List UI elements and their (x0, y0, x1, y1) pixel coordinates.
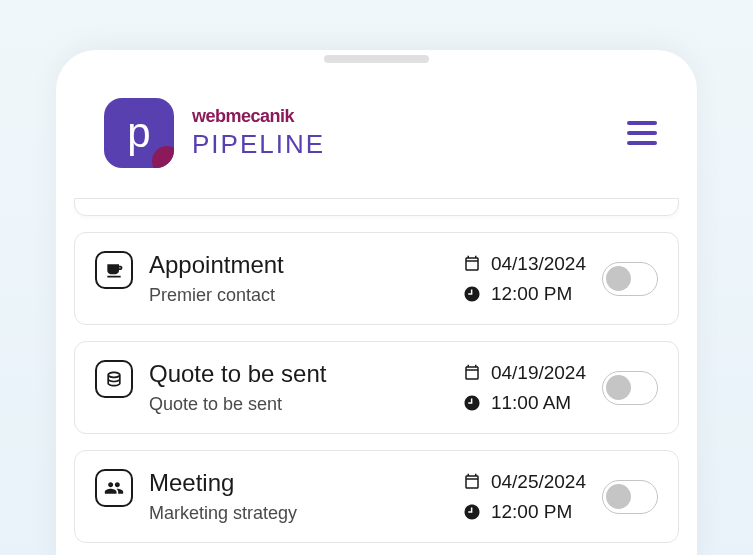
task-content: Meeting Marketing strategy (149, 469, 447, 524)
task-date: 04/13/2024 (491, 253, 586, 275)
calendar-icon (463, 473, 481, 491)
task-card[interactable]: Appointment Premier contact 04/13/2024 1… (74, 232, 679, 325)
calendar-icon (463, 364, 481, 382)
task-subtitle: Premier contact (149, 285, 447, 306)
page-background: p webmecanik PIPELINE Ap (0, 0, 753, 555)
task-meta: 04/13/2024 12:00 PM (463, 253, 586, 305)
task-date: 04/19/2024 (491, 362, 586, 384)
time-row: 12:00 PM (463, 501, 586, 523)
toggle-knob (606, 484, 631, 509)
task-list: Appointment Premier contact 04/13/2024 1… (56, 198, 697, 555)
task-subtitle: Quote to be sent (149, 394, 447, 415)
card-peek-top (74, 198, 679, 216)
phone-frame: p webmecanik PIPELINE Ap (56, 50, 697, 555)
date-row: 04/13/2024 (463, 253, 586, 275)
task-meta: 04/25/2024 12:00 PM (463, 471, 586, 523)
date-row: 04/25/2024 (463, 471, 586, 493)
task-content: Appointment Premier contact (149, 251, 447, 306)
task-time: 12:00 PM (491, 501, 572, 523)
toggle-knob (606, 266, 631, 291)
task-time: 11:00 AM (491, 392, 571, 414)
logo-badge: p (104, 98, 174, 168)
toggle-knob (606, 375, 631, 400)
clock-icon (463, 285, 481, 303)
clock-icon (463, 394, 481, 412)
people-icon (95, 469, 133, 507)
task-time: 12:00 PM (491, 283, 572, 305)
logo-text: webmecanik PIPELINE (192, 106, 325, 160)
logo-letter: p (127, 109, 150, 157)
complete-toggle[interactable] (602, 480, 658, 514)
task-title: Meeting (149, 469, 447, 497)
app-header: p webmecanik PIPELINE (56, 78, 697, 198)
menu-icon[interactable] (627, 121, 657, 145)
task-meta: 04/19/2024 11:00 AM (463, 362, 586, 414)
phone-notch (324, 55, 429, 63)
task-title: Quote to be sent (149, 360, 447, 388)
task-content: Quote to be sent Quote to be sent (149, 360, 447, 415)
task-card[interactable]: Quote to be sent Quote to be sent 04/19/… (74, 341, 679, 434)
task-card[interactable]: Meeting Marketing strategy 04/25/2024 12… (74, 450, 679, 543)
coffee-icon (95, 251, 133, 289)
time-row: 12:00 PM (463, 283, 586, 305)
time-row: 11:00 AM (463, 392, 586, 414)
date-row: 04/19/2024 (463, 362, 586, 384)
coins-icon (95, 360, 133, 398)
logo-section: p webmecanik PIPELINE (104, 98, 325, 168)
calendar-icon (463, 255, 481, 273)
task-date: 04/25/2024 (491, 471, 586, 493)
complete-toggle[interactable] (602, 371, 658, 405)
brand-name: webmecanik (192, 106, 325, 127)
clock-icon (463, 503, 481, 521)
task-title: Appointment (149, 251, 447, 279)
complete-toggle[interactable] (602, 262, 658, 296)
product-name: PIPELINE (192, 129, 325, 160)
task-subtitle: Marketing strategy (149, 503, 447, 524)
